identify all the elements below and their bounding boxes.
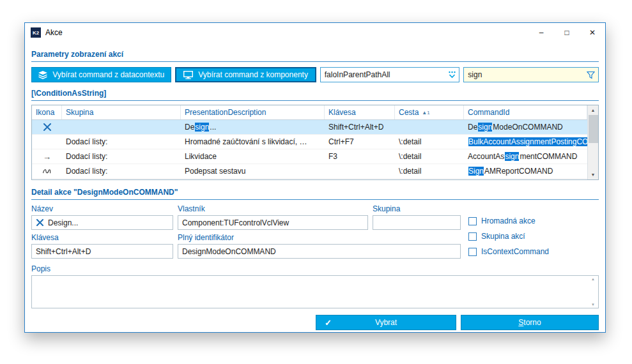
table-row[interactable]: Design... Shift+Ctrl+Alt+D DesignModeOnC… bbox=[32, 120, 587, 135]
design-mode-icon bbox=[32, 120, 62, 134]
column-header-klavesa[interactable]: Klávesa bbox=[325, 105, 395, 119]
window-title: Akce bbox=[45, 28, 63, 37]
table-row[interactable]: Dodací listy: Hromadné zaúčtování s likv… bbox=[32, 135, 587, 149]
nazev-field[interactable]: Design... bbox=[31, 215, 173, 230]
select-command-component-button[interactable]: Vybírat command z komponenty bbox=[175, 67, 316, 82]
akce-dialog: K2 Akce – □ ✕ Parametry zobrazení akcí V… bbox=[24, 22, 606, 333]
popis-textarea[interactable]: ▲ ▼ bbox=[31, 275, 599, 308]
checkbox-skupina-akci[interactable]: Skupina akcí bbox=[468, 232, 549, 241]
dropdown-icon[interactable] bbox=[447, 70, 457, 79]
app-icon: K2 bbox=[31, 27, 41, 38]
cell-commandid: DesignModeOnCOMMAND bbox=[464, 120, 587, 134]
table-header-row: Ikona Skupina PresentationDescription Kl… bbox=[32, 105, 587, 120]
scrollbar-thumb[interactable] bbox=[589, 115, 598, 143]
cell-klavesa: Shift+Ctrl+Alt+D bbox=[325, 120, 395, 134]
condition-path-combo[interactable]: faloInParentPathAll bbox=[320, 67, 460, 82]
button-label: Vybírat command z datacontextu bbox=[52, 70, 164, 79]
search-box[interactable]: sign bbox=[463, 67, 599, 82]
minimize-button[interactable]: – bbox=[528, 23, 554, 42]
cell-cesta: \:detail bbox=[395, 149, 464, 163]
cell-skupina: Dodací listy: bbox=[62, 135, 181, 149]
search-input[interactable]: sign bbox=[468, 70, 587, 79]
button-label: Storno bbox=[518, 318, 541, 327]
skupina-field[interactable] bbox=[373, 215, 461, 230]
cell-presentation: Likvidace bbox=[181, 149, 325, 163]
layers-icon bbox=[38, 71, 47, 79]
checkbox-label: Hromadná akce bbox=[481, 216, 536, 225]
filter-icon[interactable] bbox=[587, 71, 595, 79]
cell-presentation: Hromadné zaúčtování s likvidací, … bbox=[181, 135, 325, 149]
popis-label: Popis bbox=[31, 261, 599, 275]
design-mode-icon bbox=[36, 219, 44, 226]
monitor-icon bbox=[183, 71, 193, 79]
table-row[interactable]: → Dodací listy: Likvidace F3 \:detail Ac… bbox=[32, 149, 587, 164]
cell-klavesa bbox=[325, 164, 395, 178]
close-button[interactable]: ✕ bbox=[580, 23, 605, 42]
cell-cesta: \:detail bbox=[395, 164, 464, 178]
section-title-detail: Detail akce "DesignModeOnCOMMAND" bbox=[31, 188, 599, 200]
cell-skupina: Dodací listy: bbox=[62, 149, 181, 163]
table-scrollbar[interactable]: ▲ ▼ bbox=[587, 105, 598, 179]
popis-scroll-up-icon[interactable]: ▲ bbox=[589, 277, 597, 281]
arrow-right-icon: → bbox=[32, 149, 62, 163]
vlastnik-field[interactable]: Component:TUFcontrolVclView bbox=[178, 215, 368, 230]
cell-cesta bbox=[395, 120, 464, 134]
check-icon: ✓ bbox=[325, 318, 332, 328]
checkbox-box[interactable] bbox=[468, 217, 477, 225]
select-command-datacontext-button[interactable]: Vybírat command z datacontextu bbox=[31, 67, 171, 82]
nazev-label: Název bbox=[31, 201, 173, 215]
maximize-button[interactable]: □ bbox=[554, 23, 580, 42]
column-header-skupina[interactable]: Skupina bbox=[62, 105, 181, 119]
signature-icon bbox=[32, 164, 62, 178]
vlastnik-label: Vlastník bbox=[178, 201, 368, 215]
checkbox-label: Skupina akcí bbox=[481, 232, 525, 241]
button-label: Vybrat bbox=[375, 318, 397, 327]
checkbox-label: IsContextCommand bbox=[481, 247, 549, 256]
plny-identifikator-label: Plný identifikátor bbox=[178, 230, 461, 244]
actions-table: Ikona Skupina PresentationDescription Kl… bbox=[31, 105, 599, 180]
column-header-cesta[interactable]: Cesta ▲1 bbox=[395, 105, 464, 119]
cell-skupina: Dodací listy: bbox=[62, 164, 181, 178]
button-label: Vybírat command z komponenty bbox=[198, 70, 308, 79]
scrollbar-down-arrow[interactable]: ▼ bbox=[588, 170, 598, 179]
scrollbar-up-arrow[interactable]: ▲ bbox=[588, 105, 598, 115]
popis-scroll-down-icon[interactable]: ▼ bbox=[589, 303, 597, 307]
section-title-params: Parametry zobrazení akcí bbox=[31, 50, 599, 62]
checkbox-hromadna-akce[interactable]: Hromadná akce bbox=[468, 216, 549, 225]
empty-icon bbox=[32, 135, 62, 149]
column-header-presentation[interactable]: PresentationDescription bbox=[181, 105, 325, 119]
cell-klavesa: F3 bbox=[325, 149, 395, 163]
cell-klavesa: Ctrl+F7 bbox=[325, 135, 395, 149]
klavesa-label: Klávesa bbox=[31, 230, 173, 244]
table-row[interactable]: Dodací listy: Podepsat sestavu \:detail … bbox=[32, 164, 587, 179]
cell-commandid: SignAMReportCOMAND bbox=[464, 164, 587, 178]
skupina-label: Skupina bbox=[373, 201, 461, 215]
title-bar[interactable]: K2 Akce – □ ✕ bbox=[25, 23, 605, 42]
column-header-commandid[interactable]: CommandId bbox=[464, 105, 587, 119]
section-title-condition: [\ConditionAsString] bbox=[31, 89, 599, 101]
column-header-ikona[interactable]: Ikona bbox=[32, 105, 62, 119]
cell-commandid: BulkAccountAssignmentPostingCO… bbox=[464, 135, 587, 149]
vybrat-button[interactable]: ✓ Vybrat bbox=[316, 315, 456, 330]
cell-presentation: Design... bbox=[181, 120, 325, 134]
checkbox-iscontextcommand[interactable]: IsContextCommand bbox=[468, 247, 549, 256]
plny-identifikator-field[interactable]: DesignModeOnCOMMAND bbox=[178, 244, 461, 259]
cell-cesta: \:detail bbox=[395, 135, 464, 149]
cell-presentation: Podepsat sestavu bbox=[181, 164, 325, 178]
combo-value: faloInParentPathAll bbox=[325, 70, 448, 79]
checkbox-box[interactable] bbox=[468, 232, 477, 241]
cell-commandid: AccountAssignmentCOMMAND bbox=[464, 149, 587, 163]
checkbox-box[interactable] bbox=[468, 248, 477, 256]
cell-skupina bbox=[62, 120, 181, 134]
storno-button[interactable]: Storno bbox=[461, 315, 599, 330]
sort-ascending-icon: ▲1 bbox=[422, 110, 429, 116]
klavesa-field[interactable]: Shift+Ctrl+Alt+D bbox=[31, 244, 173, 259]
